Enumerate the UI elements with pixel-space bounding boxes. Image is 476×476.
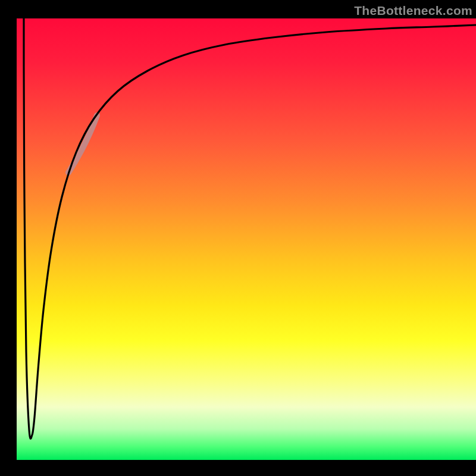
plot-area [17, 18, 476, 460]
attribution-text: TheBottleneck.com [354, 4, 472, 18]
bottleneck-curve [24, 18, 476, 439]
curve-layer [17, 18, 476, 460]
chart-frame [0, 18, 476, 476]
